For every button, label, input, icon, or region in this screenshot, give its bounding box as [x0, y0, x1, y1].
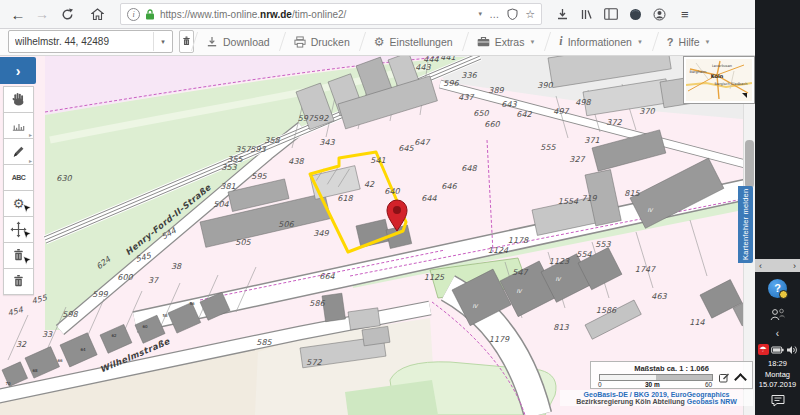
https-lock-icon [145, 9, 155, 20]
parcel-label: 390 [537, 81, 553, 90]
attribution-link-1[interactable]: GeoBasis-DE / BKG 2019, EuroGeographics [560, 391, 753, 398]
people-icon[interactable] [769, 308, 786, 322]
inset-label: Bergheim [690, 70, 707, 74]
delete-feature-tool-button[interactable] [3, 242, 34, 269]
toolbar-extras[interactable]: Extras ▼ [465, 28, 548, 55]
parcel-label: 647 [414, 138, 430, 147]
toolbar-settings[interactable]: ⚙ Einstellungen ▼ [362, 28, 465, 55]
parcel-label: 664 [319, 272, 335, 281]
shield-icon[interactable] [507, 8, 518, 20]
account-icon[interactable] [653, 8, 666, 21]
sidebar-icon[interactable] [604, 8, 618, 20]
edit-scale-icon[interactable] [719, 372, 730, 383]
parcel-label: 1554 [558, 197, 579, 206]
hidden-icons-chevron[interactable]: ‹ [755, 328, 800, 339]
parcel-label: 585 [256, 338, 272, 347]
page-info-icon[interactable]: i [127, 8, 140, 21]
feedback-banner[interactable]: Kartenfehler melden [738, 186, 753, 263]
urlbar-dropdown-icon[interactable]: ▾ [479, 10, 483, 18]
parcel-label: 640 [384, 187, 400, 196]
parcel-label: 437 [458, 93, 474, 102]
map-tool-column: ▸ ▸ ABC ⚙ [3, 87, 34, 295]
taskbar-clock[interactable]: 18:29 Montag 15.07.2019 [755, 359, 800, 391]
parcel-label: 593 [250, 145, 266, 154]
scrollbar-thumb[interactable] [745, 140, 754, 188]
menu-hamburger-icon[interactable]: ≡ [681, 7, 689, 22]
clock-day: Montag [755, 370, 800, 381]
parcel-label: 650 [473, 109, 489, 118]
collapse-chevron-icon[interactable] [734, 373, 747, 386]
dropdown-caret-icon: ▼ [637, 39, 643, 45]
parcel-label: 599 [92, 290, 108, 299]
url-bar[interactable]: i https://www.tim-online.nrw.de/tim-onli… [120, 3, 542, 25]
parcel-label: 597592 [298, 114, 329, 123]
building-number: 62 [111, 333, 117, 338]
search-dropdown-icon[interactable]: ▾ [153, 32, 172, 51]
dropdown-caret-icon: ▼ [529, 39, 535, 45]
system-tray: ☂ [755, 344, 800, 355]
parcel-label: 463 [651, 292, 667, 301]
reload-icon[interactable] [61, 8, 74, 21]
volume-tray-icon[interactable] [786, 345, 798, 355]
parcel-label: 644 [421, 194, 437, 203]
parcel-label: 595 [251, 172, 267, 181]
pan-tool-button[interactable] [3, 86, 34, 113]
draw-tool-button[interactable]: ▸ [3, 138, 34, 165]
parcel-label: 443 [415, 63, 431, 72]
delete-all-tool-button[interactable] [3, 268, 34, 295]
help-app-icon[interactable]: ? [768, 279, 787, 298]
toolbar-download[interactable]: Download ▼ [194, 28, 282, 55]
library-icon[interactable] [580, 8, 593, 21]
trash-icon [10, 273, 27, 290]
page-actions-icon[interactable]: … [489, 9, 500, 20]
toolbar-help[interactable]: ? Hilfe ▼ [655, 28, 723, 55]
parcel-label: 553 [595, 240, 611, 249]
parcel-label: 541 [370, 156, 385, 165]
parcel-label: 719 [581, 194, 597, 203]
cursor-icon [23, 204, 31, 214]
back-button[interactable]: ← [6, 6, 30, 23]
toolbar-print[interactable]: Drucken ▼ [282, 28, 362, 55]
parcel-label: 555 [540, 143, 556, 152]
parcel-label: 336 [461, 71, 477, 80]
modify-tool-button[interactable]: ⚙ [3, 190, 34, 217]
toolbar-information[interactable]: i Informationen ▼ [547, 28, 655, 55]
antivirus-tray-icon[interactable]: ☂ [758, 344, 769, 355]
battery-tray-icon[interactable] [771, 345, 784, 355]
attribution-link-2[interactable]: Geobasis NRW [687, 398, 737, 405]
parcel-label: 371 [584, 136, 599, 145]
parcel-label: 660 [484, 120, 500, 129]
parcel-label: 506 [278, 220, 294, 229]
action-center-icon[interactable] [771, 394, 785, 407]
inset-collapse-icon[interactable] [742, 93, 747, 98]
pencil-icon [10, 143, 27, 160]
scroll-right-icon[interactable]: › [793, 261, 796, 271]
building-number: 58 [162, 313, 168, 318]
parcel-label: 645 [398, 144, 414, 153]
text-label-tool-button[interactable]: ABC [3, 164, 34, 191]
parcel-label: 343 [319, 138, 335, 147]
forward-button[interactable]: → [30, 6, 54, 22]
parcel-label: 630 [56, 174, 72, 183]
parcel-label: 37 [148, 276, 159, 285]
bookmark-star-icon[interactable]: ☆ [525, 8, 535, 21]
scroll-left-icon[interactable]: ‹ [759, 261, 762, 271]
building-number: 68 [32, 368, 38, 373]
parcel-label: 598 [62, 310, 78, 319]
extension-globe-icon[interactable] [629, 8, 642, 21]
measure-tool-button[interactable]: ▸ [3, 112, 34, 139]
search-input[interactable] [9, 36, 153, 47]
parcel-label: 648 [461, 164, 477, 173]
expand-panel-button[interactable]: › [0, 57, 36, 84]
parcel-label: 370 [639, 107, 655, 116]
inset-label: Köln [711, 73, 724, 79]
scale-widget: Maßstab ca. 1 : 1.066 0 30 m 60 [590, 361, 753, 389]
parcel-label: 357 [235, 145, 251, 154]
downloads-icon[interactable] [556, 8, 569, 21]
home-icon[interactable] [91, 8, 104, 21]
parcel-label: 642 [516, 110, 532, 119]
cursor-icon [23, 256, 31, 266]
clock-time: 18:29 [755, 359, 800, 370]
move-tool-button[interactable] [3, 216, 34, 243]
clock-date: 15.07.2019 [755, 380, 800, 391]
